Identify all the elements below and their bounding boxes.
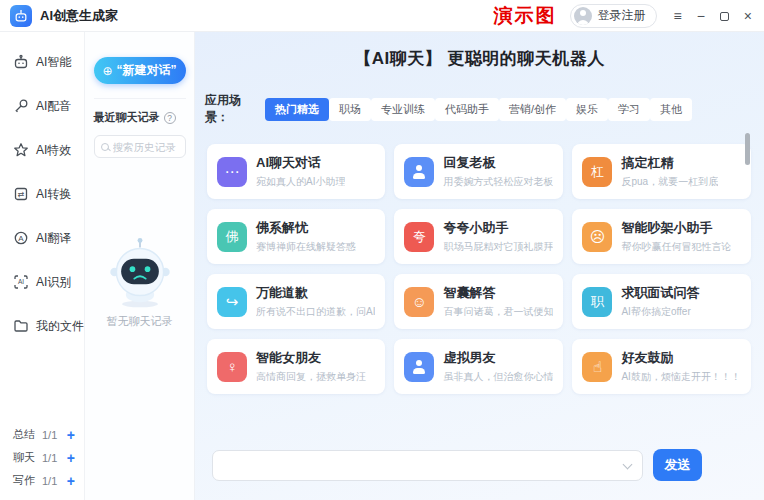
card-title: 智能吵架小助手 bbox=[621, 219, 731, 237]
card-title: 夸夸小助手 bbox=[443, 219, 553, 237]
empty-chat-text: 暂无聊天记录 bbox=[107, 314, 173, 329]
card-reply-boss[interactable]: 回复老板 用委婉方式轻松应对老板 bbox=[394, 144, 563, 199]
sidebar-item-label: 我的文件 bbox=[36, 318, 84, 335]
thumbs-up-icon: ☝ bbox=[582, 352, 612, 382]
counter-label: 聊天 bbox=[13, 450, 35, 465]
add-writing-button[interactable]: + bbox=[67, 474, 75, 488]
tab-study[interactable]: 学习 bbox=[608, 98, 650, 121]
add-chat-button[interactable]: + bbox=[67, 451, 75, 465]
sidebar-item-my-files[interactable]: 我的文件 bbox=[0, 304, 84, 348]
counter-label: 写作 bbox=[13, 473, 35, 488]
sidebar-item-ai-smart[interactable]: AI智能 bbox=[0, 40, 84, 84]
panel-divider bbox=[94, 98, 186, 99]
scene-tabs: 应用场景： 热门精选 职场 专业训练 代码助手 营销/创作 娱乐 学习 其他 bbox=[205, 92, 692, 126]
card-ai-chat[interactable]: ⋯ AI聊天对话 宛如真人的AI小助理 bbox=[207, 144, 385, 199]
sad-robot-icon bbox=[107, 236, 173, 308]
tab-entertainment[interactable]: 娱乐 bbox=[566, 98, 608, 121]
praying-hands-icon: 佛 bbox=[217, 222, 247, 252]
add-summary-button[interactable]: + bbox=[67, 428, 75, 442]
card-friend-encourage[interactable]: ☝ 好友鼓励 AI鼓励，烦恼走开开！！！ bbox=[572, 339, 750, 394]
sidebar-item-label: AI配音 bbox=[36, 98, 71, 115]
card-title: 智囊解答 bbox=[443, 284, 553, 302]
card-title: 回复老板 bbox=[443, 154, 553, 172]
card-title: 求职面试问答 bbox=[621, 284, 699, 302]
card-argue-helper[interactable]: ☹ 智能吵架小助手 帮你吵赢任何冒犯性言论 bbox=[572, 209, 750, 264]
microphone-icon bbox=[13, 98, 29, 114]
minimize-icon[interactable]: − bbox=[697, 9, 705, 23]
new-chat-button[interactable]: ⊕ “新建对话” bbox=[94, 57, 186, 84]
help-icon[interactable]: ? bbox=[164, 112, 176, 124]
message-input[interactable] bbox=[212, 450, 643, 481]
card-think-tank[interactable]: ☺ 智囊解答 百事问诸葛，君一试便知 bbox=[394, 274, 563, 329]
card-subtitle: 所有说不出口的道歉，问AI bbox=[256, 305, 375, 319]
svg-text:A: A bbox=[18, 234, 24, 243]
sidebar-item-ai-effects[interactable]: AI特效 bbox=[0, 128, 84, 172]
new-chat-label: “新建对话” bbox=[117, 62, 177, 79]
card-praise-helper[interactable]: 夸 夸夸小助手 职场马屁精对它顶礼膜拜 bbox=[394, 209, 563, 264]
recognition-icon: AI bbox=[13, 274, 29, 290]
card-subtitle: 高情商回复，拯救单身汪 bbox=[256, 370, 366, 384]
maximize-box-glyph bbox=[720, 12, 729, 21]
tab-code-assistant[interactable]: 代码助手 bbox=[435, 98, 499, 121]
card-title: 搞定杠精 bbox=[621, 154, 718, 172]
left-sidebar: AI智能 AI配音 AI特效 ⇄ AI转换 A bbox=[0, 32, 85, 500]
sidebar-item-ai-dubbing[interactable]: AI配音 bbox=[0, 84, 84, 128]
card-title: 万能道歉 bbox=[256, 284, 375, 302]
login-register-button[interactable]: 登录注册 bbox=[570, 4, 657, 28]
card-subtitle: 虽非真人，但治愈你心情 bbox=[443, 370, 553, 384]
card-subtitle: 帮你吵赢任何冒犯性言论 bbox=[621, 240, 731, 254]
sidebar-item-ai-translate[interactable]: A AI翻译 bbox=[0, 216, 84, 260]
card-ai-girlfriend[interactable]: ♀ 智能女朋友 高情商回复，拯救单身汪 bbox=[207, 339, 385, 394]
folder-icon bbox=[13, 318, 29, 334]
counter-label: 总结 bbox=[13, 427, 35, 442]
app-logo bbox=[10, 5, 32, 27]
tab-pro-training[interactable]: 专业训练 bbox=[371, 98, 435, 121]
counter-count: 1/1 bbox=[42, 475, 57, 487]
sidebar-item-ai-convert[interactable]: ⇄ AI转换 bbox=[0, 172, 84, 216]
sidebar-item-label: AI智能 bbox=[36, 54, 71, 71]
convert-icon: ⇄ bbox=[13, 186, 29, 202]
robot-logo-icon bbox=[14, 9, 28, 23]
maximize-icon[interactable] bbox=[720, 9, 729, 23]
tab-workplace[interactable]: 职场 bbox=[329, 98, 371, 121]
search-icon bbox=[101, 143, 109, 151]
gang-char-icon: 杠 bbox=[582, 157, 612, 187]
svg-text:⇄: ⇄ bbox=[18, 190, 25, 199]
tab-hot-picks[interactable]: 热门精选 bbox=[265, 98, 329, 121]
sidebar-item-label: AI转换 bbox=[36, 186, 71, 203]
history-title: 最近聊天记录 bbox=[94, 110, 160, 125]
tab-marketing-creation[interactable]: 营销/创作 bbox=[499, 98, 566, 121]
card-title: 佛系解忧 bbox=[256, 219, 356, 237]
avatar-icon bbox=[574, 7, 592, 25]
history-search-input[interactable] bbox=[113, 141, 179, 153]
counter-count: 1/1 bbox=[42, 429, 57, 441]
tab-other[interactable]: 其他 bbox=[650, 98, 692, 121]
scrollbar-thumb[interactable] bbox=[745, 133, 750, 165]
card-handle-troll[interactable]: 杠 搞定杠精 反pua，就要一杠到底 bbox=[572, 144, 750, 199]
demo-watermark: 演示图 bbox=[493, 3, 556, 29]
zhi-char-icon: 职 bbox=[582, 287, 612, 317]
card-subtitle: 职场马屁精对它顶礼膜拜 bbox=[443, 240, 553, 254]
history-search-box bbox=[94, 135, 186, 158]
login-register-label: 登录注册 bbox=[597, 7, 645, 24]
sidebar-spacer bbox=[0, 348, 84, 423]
girl-face-icon: ♀ bbox=[217, 352, 247, 382]
card-subtitle: 用委婉方式轻松应对老板 bbox=[443, 175, 553, 189]
main-content: 【AI聊天】 更聪明的聊天机器人 应用场景： 热门精选 职场 专业训练 代码助手… bbox=[195, 32, 764, 500]
card-job-interview[interactable]: 职 求职面试问答 AI帮你搞定offer bbox=[572, 274, 750, 329]
card-subtitle: 反pua，就要一杠到底 bbox=[621, 175, 718, 189]
send-button[interactable]: 发送 bbox=[653, 449, 702, 481]
card-buddhist-relief[interactable]: 佛 佛系解忧 赛博禅师在线解疑答惑 bbox=[207, 209, 385, 264]
menu-icon[interactable]: ≡ bbox=[673, 9, 681, 23]
chat-bubble-icon: ⋯ bbox=[217, 157, 247, 187]
card-subtitle: 百事问诸葛，君一试便知 bbox=[443, 305, 553, 319]
angry-face-icon: ☹ bbox=[582, 222, 612, 252]
close-icon[interactable]: × bbox=[744, 9, 752, 23]
sidebar-item-ai-recognition[interactable]: AI AI识别 bbox=[0, 260, 84, 304]
message-input-wrap bbox=[212, 450, 643, 481]
card-virtual-boyfriend[interactable]: 虚拟男友 虽非真人，但治愈你心情 bbox=[394, 339, 563, 394]
svg-text:AI: AI bbox=[18, 278, 24, 285]
card-title: 智能女朋友 bbox=[256, 349, 366, 367]
card-title: 虚拟男友 bbox=[443, 349, 553, 367]
card-universal-apology[interactable]: ↪ 万能道歉 所有说不出口的道歉，问AI bbox=[207, 274, 385, 329]
